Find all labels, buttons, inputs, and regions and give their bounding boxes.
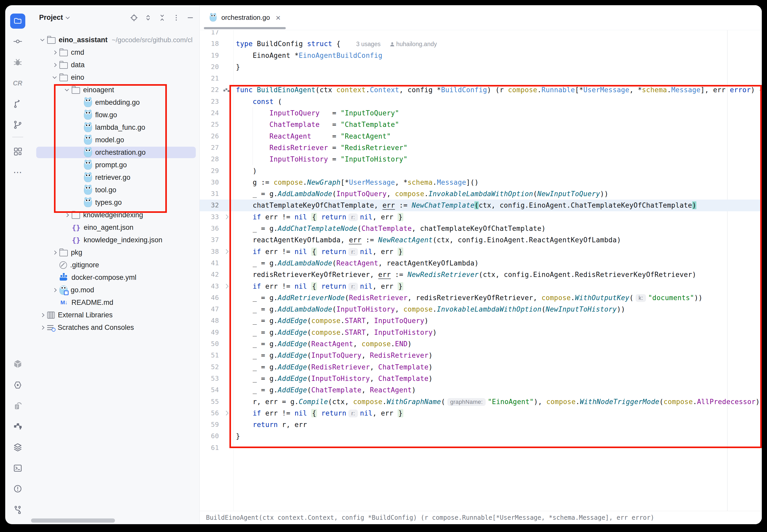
code-line-32[interactable]: 32 chatTemplateKeyOfChatTemplate, err :=… [200, 200, 762, 211]
tree-item-docker-compose-yml[interactable]: docker-compose.yml [30, 271, 199, 284]
code-line-26[interactable]: 26 ReactAgent = "ReactAgent" [200, 131, 762, 142]
code-line-59[interactable]: 59 return r, err [200, 419, 762, 430]
run-anything-tool-button[interactable] [11, 379, 24, 392]
code-line-54[interactable]: 54 _ = g.AddEdge(ChatTemplate, ReactAgen… [200, 384, 762, 396]
chevron-down-icon[interactable] [65, 87, 69, 91]
version-control-tool-button[interactable] [11, 119, 24, 131]
tree-item-cmd[interactable]: cmd [30, 46, 199, 59]
select-opened-file-button[interactable] [130, 14, 138, 22]
fold-arrow-icon[interactable] [224, 284, 228, 288]
chevron-right-icon[interactable] [52, 50, 57, 54]
fold-arrow-icon[interactable] [224, 411, 228, 416]
fold-arrow-icon[interactable] [224, 215, 228, 219]
tab-orchestration-go[interactable]: orchestration.go × [202, 5, 287, 30]
tree-item-prompt-go[interactable]: prompt.go [30, 159, 199, 171]
tree-item-tool-go[interactable]: tool.go [30, 184, 199, 196]
code-line-61[interactable]: 61 [200, 442, 762, 454]
tree-item-retriever-go[interactable]: retriever.go [30, 171, 199, 184]
tree-item-eino-assistant[interactable]: eino_assistant~/gocode/src/github.com/cl [30, 34, 199, 46]
code-line-36[interactable]: 36 _ = g.AddChatTemplateNode(ChatTemplat… [200, 223, 762, 234]
code-line-19[interactable]: 19 EinoAgent *EinoAgentBuildConfig [200, 50, 762, 61]
code-line-23[interactable]: 23 const ( [200, 96, 762, 107]
services-tool-button[interactable] [11, 441, 24, 454]
tree-item-gitignore[interactable]: .gitignore [30, 259, 199, 271]
chevron-right-icon[interactable] [40, 325, 44, 330]
tree-item-embedding-go[interactable]: embedding.go [30, 96, 199, 109]
code-line-30[interactable]: 30 g := compose.NewGraph[*UserMessage, *… [200, 177, 762, 188]
tree-item-eino[interactable]: eino [30, 71, 199, 84]
panel-options-button[interactable] [172, 14, 180, 22]
code-line-52[interactable]: 52 _ = g.AddEdge(RedisRetriever, ChatTem… [200, 361, 762, 373]
code-line-51[interactable]: 51 _ = g.AddEdge(InputToQuery, RedisRetr… [200, 350, 762, 361]
fold-arrow-icon[interactable] [224, 249, 228, 254]
code-line-41[interactable]: 41 _ = g.AddLambdaNode(ReactAgent, react… [200, 257, 762, 269]
code-line-48[interactable]: 48 _ = g.AddEdge(compose.START, InputToQ… [200, 315, 762, 326]
tree-item-readme-md[interactable]: M↓README.md [30, 296, 199, 309]
documentation-tool-button[interactable] [11, 400, 24, 412]
tree-item-lambda-func-go[interactable]: lambda_func.go [30, 121, 199, 134]
pull-requests-tool-button[interactable] [11, 98, 24, 110]
code-line-50[interactable]: 50 _ = g.AddEdge(ReactAgent, compose.END… [200, 338, 762, 350]
chevron-right-icon[interactable] [52, 288, 57, 292]
code-line-49[interactable]: 49 _ = g.AddEdge(compose.START, InputToH… [200, 327, 762, 338]
tree-item-knowledgeindexing[interactable]: knowledgeindexing [30, 209, 199, 221]
tree-item-go-mod[interactable]: go.mod [30, 284, 199, 296]
chevron-right-icon[interactable] [52, 63, 57, 67]
code-line-42[interactable]: 42 redisRetrieverKeyOfRetriever, err := … [200, 269, 762, 280]
code-line-25[interactable]: 25 ChatTemplate = "ChatTemplate" [200, 119, 762, 130]
code-review-tool-button[interactable]: CR [11, 77, 24, 89]
code-line-38[interactable]: 38 if err != nil { returnr:nil, err } [200, 246, 762, 257]
code-line-60[interactable]: 60} [200, 430, 762, 442]
dependencies-tool-button[interactable] [11, 358, 24, 370]
tree-item-flow-go[interactable]: flow.go [30, 109, 199, 121]
tree-item-einoagent[interactable]: einoagent [30, 84, 199, 96]
code-line-29[interactable]: 29 ) [200, 165, 762, 177]
code-line-17[interactable]: 17 [200, 30, 762, 38]
code-line-33[interactable]: 33 if err != nil { returnr:nil, err } [200, 211, 762, 223]
code-line-55[interactable]: 55 r, err = g.Compile(ctx, compose.WithG… [200, 396, 762, 407]
chevron-right-icon[interactable] [65, 213, 69, 217]
endpoints-tool-button[interactable] [11, 504, 24, 516]
code-line-27[interactable]: 27 RedisRetriever = "RedisRetriever" [200, 142, 762, 153]
commit-tool-button[interactable] [11, 35, 24, 48]
code-line-46[interactable]: 46 _ = g.AddRetrieverNode(RedisRetriever… [200, 292, 762, 304]
debug-tool-button[interactable] [11, 56, 24, 69]
expand-all-button[interactable] [144, 14, 152, 22]
code-line-56[interactable]: 56 if err != nil { returnr:nil, err } [200, 407, 762, 419]
code-line-53[interactable]: 53 _ = g.AddEdge(InputToHistory, ChatTem… [200, 373, 762, 384]
tree-item-eino-agent-json[interactable]: {}eino_agent.json [30, 221, 199, 234]
tree-item-scratches-and-consoles[interactable]: Scratches and Consoles [30, 321, 199, 334]
tree-item-orchestration-go[interactable]: orchestration.go [30, 146, 199, 159]
code-line-24[interactable]: 24 InputToQuery = "InputToQuery" [200, 107, 762, 119]
tree-item-external-libraries[interactable]: External Libraries [30, 309, 199, 321]
panel-hscrollbar[interactable] [31, 518, 115, 523]
code-line-43[interactable]: 43 if err != nil { returnr:nil, err } [200, 281, 762, 292]
chevron-down-icon[interactable] [65, 15, 70, 19]
code-line-28[interactable]: 28 InputToHistory = "InputToHistory" [200, 153, 762, 165]
chevron-right-icon[interactable] [52, 250, 57, 255]
project-tool-button[interactable] [10, 14, 25, 29]
tab-close-icon[interactable]: × [275, 14, 280, 22]
chevron-down-icon[interactable] [52, 75, 57, 79]
hierarchy-tool-button[interactable] [11, 420, 24, 433]
more-tools-button[interactable]: ⋯ [11, 166, 24, 178]
terminal-tool-button[interactable] [11, 462, 24, 475]
code-line-21[interactable]: 21 [200, 73, 762, 84]
tree-item-data[interactable]: data [30, 59, 199, 71]
code-line-22[interactable]: 22func BuildEinoAgent(ctx context.Contex… [200, 84, 762, 96]
structure-tool-button[interactable] [11, 145, 24, 158]
code-line-18[interactable]: 18type BuildConfig struct {3 usageshuhai… [200, 38, 762, 50]
code-line-37[interactable]: 37 reactAgentKeyOfLambda, err := NewReac… [200, 234, 762, 246]
tree-item-pkg[interactable]: pkg [30, 246, 199, 259]
hide-panel-button[interactable] [186, 14, 194, 22]
related-usages-icon[interactable] [223, 88, 229, 92]
tree-item-types-go[interactable]: types.go [30, 196, 199, 209]
tree-item-knowledge-indexing-json[interactable]: {}knowledge_indexing.json [30, 234, 199, 246]
code-line-47[interactable]: 47 _ = g.AddLambdaNode(InputToHistory, c… [200, 304, 762, 315]
tree-item-model-go[interactable]: model.go [30, 134, 199, 146]
chevron-down-icon[interactable] [40, 37, 44, 41]
code-editor[interactable]: 1718type BuildConfig struct {3 usageshuh… [200, 30, 762, 511]
problems-tool-button[interactable] [11, 483, 24, 495]
chevron-right-icon[interactable] [40, 313, 44, 317]
code-line-31[interactable]: 31 _ = g.AddLambdaNode(InputToQuery, com… [200, 188, 762, 200]
